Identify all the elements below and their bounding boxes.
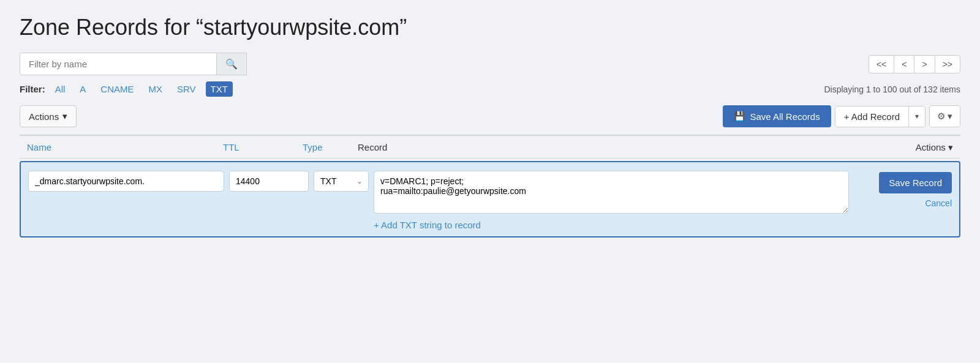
search-row: 🔍 << < > >>: [20, 53, 960, 75]
filter-row: Filter: All A CNAME MX SRV TXT Displayin…: [20, 81, 960, 97]
col-type[interactable]: Type: [303, 142, 358, 153]
add-record-split-button[interactable]: ▾: [908, 107, 925, 127]
filter-cname[interactable]: CNAME: [96, 81, 138, 97]
right-actions: 💾 Save All Records + Add Record ▾ ⚙ ▾: [723, 105, 960, 127]
search-icon: 🔍: [225, 58, 238, 70]
record-ttl-input[interactable]: [229, 171, 309, 192]
actions-dropdown: Actions ▾: [20, 105, 77, 127]
col-record: Record: [358, 142, 855, 153]
actions-label: Actions: [29, 111, 59, 122]
record-type-wrapper: TXT A CNAME MX SRV ⌄: [314, 171, 369, 192]
filter-txt[interactable]: TXT: [206, 81, 233, 97]
gear-caret-icon: ▾: [948, 111, 952, 122]
actions-caret-icon: ▾: [62, 111, 67, 122]
filter-all[interactable]: All: [50, 81, 70, 97]
pagination-first[interactable]: <<: [869, 55, 894, 73]
filter-mx[interactable]: MX: [144, 81, 168, 97]
pagination-last[interactable]: >>: [935, 55, 960, 73]
actions-button[interactable]: Actions ▾: [20, 105, 77, 127]
col-name[interactable]: Name: [27, 142, 223, 153]
record-value-textarea[interactable]: v=DMARC1; p=reject; rua=mailto:paulie@ge…: [374, 171, 849, 214]
add-record-caret-icon: ▾: [915, 112, 919, 121]
filter-left: Filter: All A CNAME MX SRV TXT: [20, 81, 233, 97]
filter-a[interactable]: A: [75, 81, 91, 97]
filter-label: Filter:: [20, 84, 45, 94]
record-name-input[interactable]: [28, 171, 224, 192]
add-record-group: + Add Record ▾: [835, 106, 925, 127]
gear-button[interactable]: ⚙ ▾: [930, 106, 960, 127]
page-title: Zone Records for “startyourwpsite.com”: [20, 15, 960, 40]
search-input[interactable]: [20, 54, 216, 74]
table-header: Name TTL Type Record Actions ▾: [20, 136, 960, 159]
col-actions: Actions ▾: [855, 142, 953, 153]
search-wrapper: 🔍: [20, 53, 247, 75]
search-left: 🔍: [20, 53, 247, 75]
pagination-controls: << < > >>: [869, 55, 960, 73]
record-fields: TXT A CNAME MX SRV ⌄ v=DMARC1; p=reject;…: [28, 171, 952, 214]
save-all-label: Save All Records: [750, 111, 820, 122]
gear-icon: ⚙: [937, 111, 945, 122]
add-txt-row: + Add TXT string to record: [28, 220, 952, 230]
save-icon: 💾: [734, 111, 745, 122]
save-record-button[interactable]: Save Record: [879, 172, 952, 193]
pagination-prev[interactable]: <: [894, 55, 914, 73]
add-txt-string-button[interactable]: + Add TXT string to record: [374, 220, 481, 230]
col-actions-sort-icon: ▾: [948, 142, 953, 152]
pagination-next[interactable]: >: [914, 55, 934, 73]
filter-srv[interactable]: SRV: [172, 81, 201, 97]
actions-bar: Actions ▾ 💾 Save All Records + Add Recor…: [20, 105, 960, 127]
save-all-records-button[interactable]: 💾 Save All Records: [723, 105, 831, 127]
col-ttl[interactable]: TTL: [223, 142, 303, 153]
add-txt-label: + Add TXT string to record: [374, 220, 481, 230]
col-actions-label: Actions: [916, 142, 946, 152]
record-row: TXT A CNAME MX SRV ⌄ v=DMARC1; p=reject;…: [20, 161, 960, 238]
search-button[interactable]: 🔍: [216, 53, 246, 75]
add-record-label: + Add Record: [844, 111, 900, 122]
record-type-select[interactable]: TXT A CNAME MX SRV: [314, 171, 369, 192]
record-actions-col: Save Record Cancel: [854, 171, 952, 208]
cancel-button[interactable]: Cancel: [925, 198, 952, 208]
gear-group: ⚙ ▾: [929, 105, 960, 127]
display-info: Displaying 1 to 100 out of 132 items: [824, 84, 960, 94]
add-record-button[interactable]: + Add Record: [835, 107, 908, 127]
